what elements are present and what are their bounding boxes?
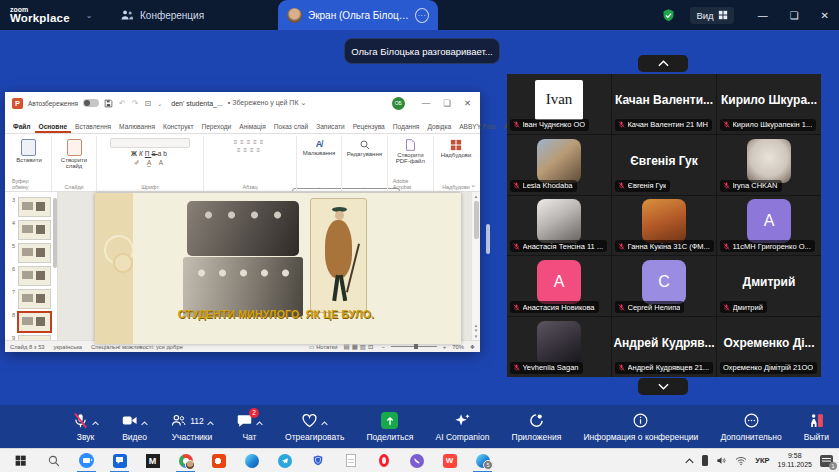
taskbar-chrome-icon[interactable]	[178, 453, 193, 468]
font-color-buttons[interactable]: ✐ A̲ A	[134, 159, 166, 167]
ppt-tab-5[interactable]: Переходи	[197, 123, 235, 133]
view-button[interactable]: Вид	[690, 7, 733, 24]
zoom-in-button[interactable]: +	[443, 344, 446, 350]
font-style-button-0[interactable]: Ж	[131, 150, 139, 157]
minimize-button[interactable]: —	[758, 10, 768, 21]
paste-button[interactable]: Вставити	[16, 139, 42, 163]
hidden-icons-chevron-icon[interactable]	[685, 458, 694, 464]
new-slide-button[interactable]: Створити слайд	[57, 139, 91, 169]
chevron-down-icon[interactable]: ⌄	[86, 11, 93, 20]
font-style-button-4[interactable]: ab	[158, 150, 169, 157]
toolbar-share-button[interactable]: Поделиться	[366, 412, 413, 442]
zoom-slider[interactable]	[391, 346, 437, 347]
list-buttons[interactable]: ≡≡≡≡≡	[234, 139, 267, 145]
ppt-tab-3[interactable]: Малювання	[115, 123, 159, 133]
taskbar-mail-icon[interactable]	[112, 453, 127, 468]
ppt-filename[interactable]: den' studenta_...	[171, 100, 223, 107]
tab-options-icon[interactable]: ···	[415, 8, 429, 23]
slide-thumbnail-7[interactable]: 7	[8, 289, 51, 309]
tab-meeting[interactable]: Конференция	[112, 0, 212, 30]
collapse-ribbon-icon[interactable]: ⌄	[470, 181, 476, 189]
fit-slide-button[interactable]: ❖	[470, 344, 475, 350]
save-icon[interactable]	[104, 99, 113, 108]
qat-customize-icon[interactable]: ⌄	[157, 100, 162, 107]
ppt-tab-file[interactable]: Файл	[9, 123, 35, 133]
participant-tile[interactable]: Кирило Шкура...Кирило Шкурапекін 1...	[717, 74, 821, 134]
taskbar-wattpad-icon[interactable]: W	[442, 453, 457, 468]
font-buttons[interactable]: ЖКПSab	[131, 150, 169, 157]
notification-center-icon[interactable]: 1	[820, 455, 833, 467]
ppt-account-avatar[interactable]: ОБ	[392, 97, 405, 110]
taskbar-viber-icon[interactable]	[409, 453, 424, 468]
slide-thumbnail-panel[interactable]: 3456789	[5, 192, 58, 340]
gallery-scroll-down-button[interactable]	[638, 378, 688, 395]
volume-icon[interactable]	[716, 455, 727, 466]
accessibility-status[interactable]: Спеціальні можливості: усе добре	[91, 344, 183, 350]
ppt-tab-1[interactable]: Основне	[35, 123, 72, 133]
toolbar-chat-button[interactable]: 2Чат	[236, 412, 263, 442]
start-slideshow-icon[interactable]: ⊡	[145, 99, 152, 108]
ppt-tab-7[interactable]: Показ слай	[270, 123, 312, 133]
taskbar-start-icon[interactable]	[13, 453, 28, 468]
editor-scrollbar[interactable]: ▴ ▴▾▾	[471, 192, 480, 340]
slide-illustration[interactable]	[310, 198, 367, 313]
taskbar-shield-icon[interactable]	[310, 453, 325, 468]
toolbar-info-button[interactable]: Информация о конференции	[583, 412, 698, 442]
security-shield-icon[interactable]	[661, 8, 676, 23]
ppt-minimize-button[interactable]: —	[422, 98, 431, 108]
undo-icon[interactable]: ↶	[119, 99, 126, 108]
participant-tile[interactable]: ААнастасия Новикова	[507, 256, 611, 316]
font-name-dropdown[interactable]	[110, 138, 190, 148]
align-buttons[interactable]: ≡≡≡≡	[237, 147, 263, 153]
ppt-tab-10[interactable]: Подання	[389, 123, 424, 133]
drawing-button[interactable]: A̸ Малювання	[303, 139, 336, 156]
ppt-restore-button[interactable]: ❏	[443, 98, 451, 108]
slide-thumbnail-8[interactable]: 8	[8, 312, 51, 332]
toolbar-more-button[interactable]: Дополнительно	[720, 412, 781, 442]
toolbar-apps-button[interactable]: Приложения	[512, 412, 562, 442]
participant-tile[interactable]: Євгенія ГукЄвгенія Гук	[612, 135, 716, 195]
toolbar-mic-button[interactable]: Звук	[72, 412, 99, 442]
participant-tile[interactable]: Качан Валенти...Качан Валентин 21 МН	[612, 74, 716, 134]
slide-title[interactable]: СТУДЕНТИ МИНУЛОГО. ЯК ЦЕ БУЛО.	[161, 308, 391, 320]
slide-thumbnail-5[interactable]: 5	[8, 243, 51, 263]
ppt-saved-status[interactable]: • Збережено у цей ПК ⌄	[228, 99, 307, 107]
create-pdf-button[interactable]: Створити PDF-файл	[393, 139, 428, 164]
ppt-tab-12[interactable]: ABBYY Fine	[455, 123, 500, 133]
taskbar-edge-icon[interactable]	[244, 453, 259, 468]
ppt-tab-2[interactable]: Вставлення	[71, 123, 115, 133]
participant-tile[interactable]: IvanІван Чуднєнко ОО	[507, 74, 611, 134]
taskbar-telegram-icon[interactable]	[277, 453, 292, 468]
slide-thumbnail-9[interactable]: 9	[8, 335, 51, 340]
addins-button[interactable]: Надбудови	[441, 139, 472, 158]
taskbar-search-icon[interactable]	[46, 453, 61, 468]
participant-tile[interactable]: Yevheniia Sagan	[507, 317, 611, 377]
language-switcher[interactable]: УКР	[755, 456, 769, 465]
tab-screen-share[interactable]: Экран (Ольга Білоцька) ···	[278, 0, 438, 30]
ppt-tab-11[interactable]: Довідка	[423, 123, 455, 133]
autosave-toggle[interactable]	[83, 99, 99, 107]
ppt-tab-8[interactable]: Записати	[312, 123, 348, 133]
thumbnail-scrollbar[interactable]	[53, 198, 57, 268]
taskbar-opera-icon[interactable]	[376, 453, 391, 468]
ppt-close-button[interactable]: ✕	[464, 98, 471, 108]
restore-button[interactable]: ❏	[790, 10, 799, 21]
ppt-tab-6[interactable]: Анімація	[235, 123, 270, 133]
gallery-collapse-button[interactable]	[638, 55, 688, 72]
participant-tile[interactable]: Ганна Кукіна 31С (ФМ...	[612, 196, 716, 256]
ppt-tab-9[interactable]: Рецензува	[349, 123, 389, 133]
slide-canvas[interactable]: СТУДЕНТИ МИНУЛОГО. ЯК ЦЕ БУЛО.	[95, 193, 461, 344]
toolbar-camera-button[interactable]: Видео	[121, 412, 148, 442]
slide-thumbnail-4[interactable]: 4	[8, 220, 51, 240]
wifi-icon[interactable]	[735, 456, 747, 466]
taskbar-zoom-icon[interactable]	[79, 453, 94, 468]
taskbar-edge-profile-icon[interactable]: 5	[475, 453, 490, 468]
editing-button[interactable]: Редагування	[347, 139, 382, 157]
toolbar-participants-button[interactable]: 112Участники	[170, 412, 214, 442]
ppt-tab-4[interactable]: Конструкт	[159, 123, 197, 133]
scroll-indicator[interactable]	[486, 224, 490, 254]
participant-tile[interactable]: Анастасія Тенсіна 11 ...	[507, 196, 611, 256]
participant-tile[interactable]: Андрей Кудряв...Андрей Кудрявцев 21...	[612, 317, 716, 377]
close-button[interactable]: ✕	[821, 10, 829, 21]
participant-tile[interactable]: А11сМН Григоренко О...	[717, 196, 821, 256]
